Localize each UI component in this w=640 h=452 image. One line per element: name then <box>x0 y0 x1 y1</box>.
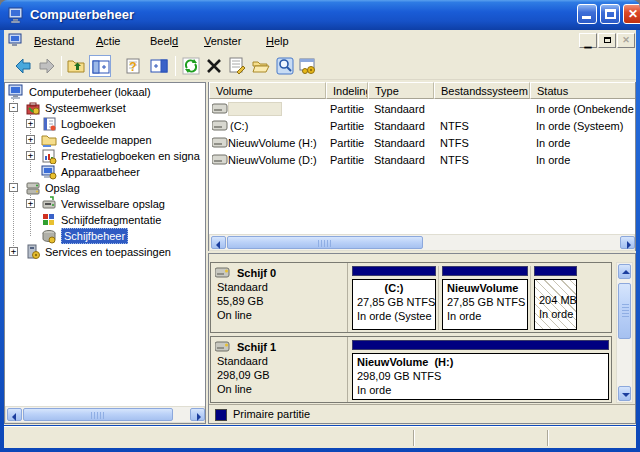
status-bar <box>4 426 636 448</box>
console-settings-icon <box>298 56 318 76</box>
close-button[interactable]: ✕ <box>623 4 640 24</box>
computer-management-window: Computerbeheer ✕ Bestand Actie Beeld Ven… <box>0 0 640 452</box>
refresh-button[interactable] <box>180 55 202 77</box>
find-button[interactable] <box>274 55 296 77</box>
magnifier-icon <box>275 56 295 76</box>
column-header-status[interactable]: Status <box>530 82 635 99</box>
tree-expand-opslag[interactable]: - <box>9 183 18 192</box>
tree-item-services[interactable]: Services en toepassingen <box>5 244 203 260</box>
mdi-restore-button[interactable] <box>598 33 616 48</box>
drive-icon <box>212 154 228 166</box>
disk-info-schijf1[interactable]: Schijf 1 Standaard 298,09 GB On line <box>211 337 348 402</box>
tree-item-schijfdefragmentatie[interactable]: Schijfdefragmentatie <box>5 212 203 228</box>
event-log-icon <box>41 116 57 132</box>
volume-row[interactable]: NieuwVolume (D:) Partitie Standaard NTFS… <box>209 152 635 169</box>
disk-size: 55,89 GB <box>217 294 347 308</box>
settings-button[interactable] <box>297 55 319 77</box>
drive-icon <box>212 120 228 132</box>
delete-x-icon <box>204 56 224 76</box>
menu-venster[interactable]: Venster <box>200 33 245 49</box>
partition-c[interactable]: (C:) 27,85 GB NTFS In orde (Systee <box>350 266 439 330</box>
refresh-icon <box>181 56 201 76</box>
properties-button[interactable] <box>226 55 248 77</box>
forward-icon <box>37 56 57 76</box>
volume-row[interactable]: Partitie Standaard In orde (Onbekende <box>209 101 635 118</box>
mdi-minimize-button[interactable]: ▁ <box>579 33 597 48</box>
tree-expand-logboeken[interactable]: + <box>26 119 35 128</box>
disk-icon <box>215 340 231 353</box>
tree-expand-services[interactable]: + <box>9 247 18 256</box>
partition-nieuwvolume-d[interactable]: NieuwVolume 27,85 GB NTFS In orde <box>440 266 531 330</box>
scroll-left-button[interactable] <box>211 236 226 249</box>
status-bar-separator <box>547 430 549 446</box>
scroll-down-button[interactable] <box>618 386 631 401</box>
disk-row-schijf0[interactable]: Schijf 0 Standaard 55,89 GB On line (C:)… <box>210 262 612 333</box>
volume-row[interactable]: (C:) Partitie Standaard NTFS In orde (Sy… <box>209 118 635 135</box>
legend-bar: Primaire partitie <box>209 404 635 423</box>
maximize-button[interactable] <box>600 4 620 24</box>
tree-item-schijfbeheer[interactable]: Schijfbeheer <box>5 228 203 244</box>
help-topics-button[interactable]: ? <box>123 55 145 77</box>
back-icon <box>13 56 33 76</box>
disk-info-schijf0[interactable]: Schijf 0 Standaard 55,89 GB On line <box>211 263 348 332</box>
menu-actie[interactable]: Actie <box>92 33 124 49</box>
svg-text:?: ? <box>129 60 136 74</box>
panel-right-icon <box>149 56 169 76</box>
column-header-type[interactable]: Type <box>368 82 434 99</box>
tree-item-apparaatbeheer[interactable]: Apparaatbeheer <box>5 164 203 180</box>
legend-label: Primaire partitie <box>233 408 310 420</box>
minimize-button[interactable] <box>577 4 597 24</box>
scroll-left-button[interactable] <box>7 408 22 421</box>
show-panel-button[interactable] <box>148 55 170 77</box>
up-folder-icon <box>66 56 86 76</box>
forward-button[interactable] <box>36 55 58 77</box>
list-hscrollbar[interactable] <box>209 234 635 251</box>
column-header-indeling[interactable]: Indeling <box>326 82 368 99</box>
scroll-right-button[interactable] <box>190 408 205 421</box>
disk-type: Standaard <box>217 354 347 368</box>
delete-button[interactable] <box>203 55 225 77</box>
disk-name: Schijf 1 <box>237 340 347 354</box>
tree-item-computerbeheer[interactable]: Computerbeheer (lokaal) <box>5 84 203 100</box>
menu-help[interactable]: Help <box>262 33 293 49</box>
services-icon <box>25 244 41 260</box>
tree-item-opslag[interactable]: Opslag <box>5 180 203 196</box>
scroll-right-button[interactable] <box>620 236 635 249</box>
volume-row[interactable]: NieuwVolume (H:) Partitie Standaard NTFS… <box>209 135 635 152</box>
menu-bestand[interactable]: Bestand <box>30 33 78 49</box>
console-tree-icon <box>91 57 111 77</box>
menu-beeld[interactable]: Beeld <box>146 33 182 49</box>
up-one-level-button[interactable] <box>65 55 87 77</box>
scroll-thumb[interactable] <box>618 283 631 339</box>
scroll-up-button[interactable] <box>618 264 631 279</box>
tree-expand-gedeelde-mappen[interactable]: + <box>26 135 35 144</box>
primary-partition-swatch <box>215 409 227 421</box>
partition-color-bar <box>352 340 609 350</box>
tree-item-systeemwerkset[interactable]: Systeemwerkset <box>5 100 203 116</box>
window-border-bottom <box>0 448 640 452</box>
toolbar-separator <box>175 56 176 76</box>
show-hide-tree-button[interactable] <box>89 55 111 77</box>
tree-expand-prestatielogboeken[interactable]: + <box>26 151 35 160</box>
disk-row-schijf1[interactable]: Schijf 1 Standaard 298,09 GB On line Nie… <box>210 336 612 403</box>
scroll-thumb[interactable] <box>23 408 173 421</box>
tree-expand-systeemwerkset[interactable]: - <box>9 103 18 112</box>
column-header-bestandssysteem[interactable]: Bestandssysteem <box>434 82 530 99</box>
partition-nieuwvolume-h[interactable]: NieuwVolume (H:) 298,09 GB NTFS In orde <box>350 340 611 400</box>
column-header-volume[interactable]: Volume <box>209 82 326 99</box>
toolbar: ? <box>4 51 636 80</box>
disk-vscrollbar[interactable] <box>616 262 633 403</box>
back-button[interactable] <box>12 55 34 77</box>
scroll-thumb[interactable] <box>227 236 423 249</box>
disk-status: On line <box>217 308 347 322</box>
tree-expand-verwisselbare-opslag[interactable]: + <box>26 199 35 208</box>
tree-hscrollbar[interactable] <box>5 406 205 423</box>
volume-name-box[interactable] <box>228 102 282 116</box>
partition-color-bar <box>534 266 577 276</box>
disk-type: Standaard <box>217 280 347 294</box>
mdi-close-button[interactable]: ✕ <box>617 33 635 48</box>
open-button[interactable] <box>250 55 272 77</box>
partition-unknown[interactable]: 204 MB In orde <box>532 266 579 330</box>
title-bar[interactable]: Computerbeheer ✕ <box>0 0 640 30</box>
disk-size: 298,09 GB <box>217 368 347 382</box>
